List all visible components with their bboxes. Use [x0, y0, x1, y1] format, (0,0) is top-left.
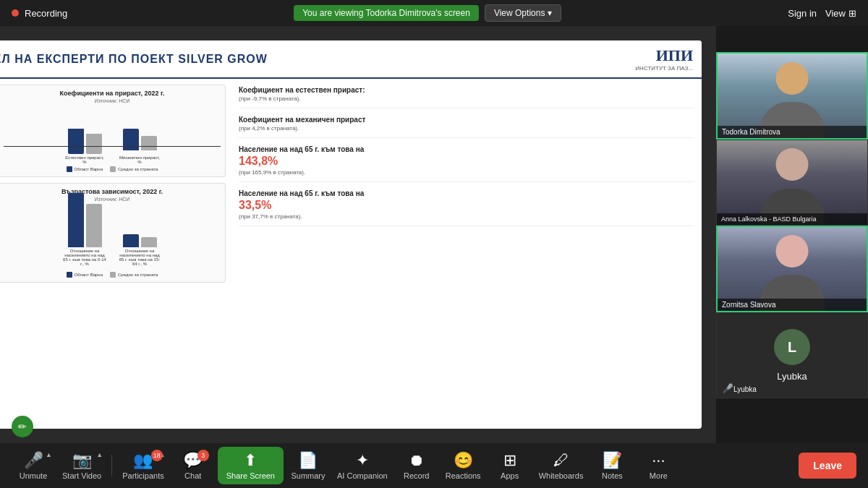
anna-face [776, 148, 809, 181]
stat-block-4: Население на над 65 г. към това на 33,5%… [239, 189, 694, 226]
whiteboards-label: Whiteboards [539, 471, 584, 480]
divider-1 [111, 455, 112, 476]
stat3-note: (при 165,9% в страната). [239, 169, 694, 176]
annotation-pencil-button[interactable]: ✏ [12, 416, 33, 437]
stat4-note: (при 37,7% в страната). [239, 213, 694, 220]
video-tile-lyubka: L Lyubka 🎤 🎤 Lyubka [716, 312, 868, 398]
more-button[interactable]: ··· More [637, 448, 680, 483]
todorka-name-label: Todorka Dimitrova [722, 128, 780, 136]
companion-icon: ✦ [356, 451, 369, 470]
whiteboards-icon: 🖊 [553, 451, 569, 470]
zornitsa-name-label: Zornitsa Slavova [722, 301, 775, 309]
presentation-area: ✳ Silver Grow ПАНЕЛ НА ЕКСПЕРТИ ПО ПОЕКТ… [0, 26, 716, 443]
video-panel: Todorka Dimitrova Anna Lalkovska - BASD … [716, 52, 868, 398]
slide-title: ПАНЕЛ НА ЕКСПЕРТИ ПО ПОЕКТ SILVER GROW [0, 53, 626, 66]
legend-sredna-dot [110, 166, 116, 172]
todorka-face [776, 62, 809, 95]
video-tile-zornitsa: Zornitsa Slavova [716, 226, 868, 313]
record-icon: ⏺ [409, 451, 425, 470]
top-bar-right: Sign in View ⊞ [788, 8, 856, 19]
camera-icon: 📷 [72, 451, 92, 470]
apps-label: Apps [501, 471, 519, 480]
legend2-oblast-dot [67, 272, 72, 278]
video-tile-anna: Anna Lalkovska - BASD Bulgaria [716, 140, 868, 226]
bottom-toolbar: ▲ 🎤 Unmute ▲ 📷 Start Video ▲ 👥 18 Partic… [0, 443, 868, 488]
video-arrow: ▲ [96, 451, 103, 458]
chart1-legend: Област Варна Средно за страната [4, 166, 221, 172]
chart1-group1: Естествен прираст, % [63, 107, 106, 164]
unmute-arrow: ▲ [46, 451, 52, 458]
chat-button[interactable]: 💬 3 Chat [171, 448, 215, 483]
participants-label: Participants [122, 471, 163, 480]
stat2-note: (при 4,2% в страната). [239, 125, 694, 132]
unmute-button[interactable]: ▲ 🎤 Unmute [12, 448, 55, 483]
anna-name-label: Anna Lalkovska - BASD Bulgaria [721, 215, 817, 223]
whiteboards-button[interactable]: 🖊 Whiteboards [535, 448, 588, 483]
chart1-source: Източник: НСИ [4, 98, 221, 103]
slide-header: ✳ Silver Grow ПАНЕЛ НА ЕКСПЕРТИ ПО ПОЕКТ… [0, 40, 702, 79]
view-options-button[interactable]: View Options ▾ [485, 4, 561, 22]
stat3-value: 143,8% [239, 155, 694, 168]
stat4-title: Население на над 65 г. към това на [239, 189, 694, 197]
lyubka-name-label: Lyubka [777, 371, 807, 382]
leave-button[interactable]: Leave [799, 453, 856, 479]
zornitsa-name-bar: Zornitsa Slavova [718, 299, 867, 311]
stat1-title: Коефициент на естествен прираст: [239, 86, 694, 94]
bar-2b [141, 136, 157, 150]
top-bar: Recording You are viewing Todorka Dimitr… [0, 0, 868, 26]
toolbar-items: ▲ 🎤 Unmute ▲ 📷 Start Video ▲ 👥 18 Partic… [12, 447, 799, 484]
stat4-value: 33,5% [239, 199, 694, 212]
record-button[interactable]: ⏺ Record [395, 448, 438, 483]
notes-icon: 📝 [603, 451, 622, 470]
start-video-button[interactable]: ▲ 📷 Start Video [58, 448, 106, 483]
summary-button[interactable]: 📄 Summary [286, 448, 330, 483]
stat2-title: Коефициент на механичен прираст [239, 116, 694, 124]
participants-badge: 18 [151, 450, 163, 461]
chart2-group1-label: Отношение на населението на над 65 г. къ… [63, 249, 106, 266]
notes-label: Notes [602, 471, 623, 480]
bar-4b [141, 237, 157, 247]
anna-name-bar: Anna Lalkovska - BASD Bulgaria [717, 213, 867, 225]
companion-label: AI Companion [337, 471, 388, 480]
reactions-button[interactable]: 😊 Reactions [441, 448, 485, 483]
bar-3a [68, 193, 84, 247]
top-bar-center: You are viewing Todorka Dimitrova's scre… [294, 4, 561, 22]
chart2-group2-label: Отношение на населението на над 65 г. къ… [118, 249, 161, 266]
chart-block-2: Възрастова зависимост, 2022 г. Източник:… [0, 183, 226, 283]
view-button[interactable]: View ⊞ [825, 8, 856, 19]
summary-icon: 📄 [298, 451, 318, 470]
chart2-title: Възрастова зависимост, 2022 г. [4, 188, 221, 195]
stat-block-2: Коефициент на механичен прираст (при 4,2… [239, 116, 694, 138]
summary-label: Summary [291, 471, 325, 480]
top-bar-left: Recording [12, 8, 67, 19]
bar-chart-2: Отношение на населението на над 65 г. къ… [4, 205, 221, 270]
stat1-note: (при -9,7% в страната). [239, 95, 694, 102]
bar-2a [123, 129, 139, 150]
chart1-title: Коефициенти на прираст, 2022 г. [4, 90, 221, 97]
charts-area: Коефициенти на прираст, 2022 г. Източник… [0, 79, 231, 429]
unmute-label: Unmute [20, 471, 48, 480]
bar-4a [123, 234, 139, 247]
chat-badge: 3 [197, 450, 209, 461]
stat-block-1: Коефициент на естествен прираст: (при -9… [239, 86, 694, 108]
apps-icon: ⊞ [503, 451, 516, 470]
ipi-logo: ИПИ [635, 46, 693, 65]
ai-companion-button[interactable]: ✦ AI Companion [333, 448, 392, 483]
share-label: Share Screen [226, 471, 275, 480]
chart1-group1-label: Естествен прираст, % [63, 155, 106, 164]
notes-button[interactable]: 📝 Notes [590, 448, 634, 483]
bar-1a [68, 129, 84, 154]
reactions-label: Reactions [446, 471, 481, 480]
mic-muted-icon: 🎤 [723, 385, 731, 393]
share-screen-button[interactable]: ⬆ Share Screen [218, 447, 284, 484]
lyubka-bottom-name: Lyubka [733, 385, 757, 393]
participants-button[interactable]: ▲ 👥 18 Participants [118, 448, 168, 483]
sign-in-button[interactable]: Sign in [788, 8, 817, 19]
participants-icon: 👥 [133, 451, 153, 470]
bar-3b [86, 204, 102, 247]
main-area: ✳ Silver Grow ПАНЕЛ НА ЕКСПЕРТИ ПО ПОЕКТ… [0, 26, 868, 443]
reactions-icon: 😊 [454, 451, 473, 470]
apps-button[interactable]: ⊞ Apps [488, 448, 532, 483]
bar-chart-1: Естествен прираст, % [4, 106, 221, 164]
video-tile-todorka: Todorka Dimitrova [716, 52, 868, 140]
